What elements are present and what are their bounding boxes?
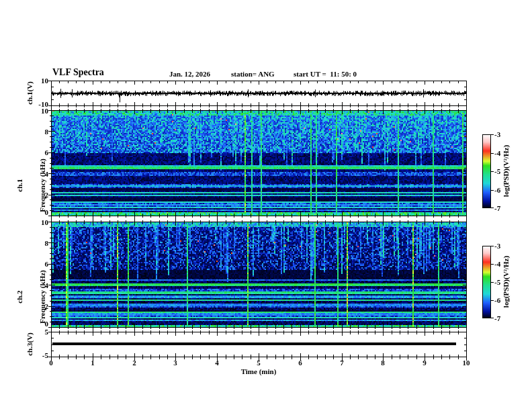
spec1-axis-label-line2: Frequency (kHz) (38, 155, 46, 216)
x-axis-label: Time (min) (232, 368, 285, 375)
x-tick-label: 5 (252, 359, 265, 367)
x-tick-label: 10 (459, 359, 473, 367)
x-tick-label: 3 (169, 359, 182, 367)
spec1-ytick-label: 4 (27, 171, 48, 178)
x-tick-label: 9 (418, 359, 431, 367)
x-tick-label: 4 (210, 359, 224, 367)
colorbar1-tick-label: -4 (494, 150, 500, 157)
x-tick-label: 1 (86, 359, 99, 367)
colorbar2-tick-label: -5 (494, 279, 500, 286)
vlf-spectra-figure: VLF Spectra Jan. 12, 2026 station= ANG s… (0, 0, 532, 411)
spec1-ytick-label: 2 (27, 191, 48, 199)
colorbar1-tick-label: -3 (494, 131, 500, 138)
spec2-axis-label-line1: ch.2 (15, 267, 24, 327)
x-tick-label: 6 (294, 359, 307, 367)
spec1-ytick-label: 0 (27, 209, 48, 216)
spec2-ytick-label: 10 (27, 219, 48, 226)
header-start-ut: start UT = 11: 50: 0 (294, 71, 357, 78)
ch3v-ytick-top: 5 (27, 328, 48, 336)
x-tick-label: 2 (128, 359, 141, 367)
colorbar2-tick-label: -3 (494, 242, 500, 250)
x-tick-label: 8 (376, 359, 390, 367)
spec1-ytick-label: 6 (27, 149, 48, 156)
x-tick-label: 7 (335, 359, 349, 367)
colorbar2-tick-label: -7 (494, 315, 500, 322)
colorbar1-label: log(PSD)(V²/Hz) (502, 134, 510, 208)
spec2-ytick-label: 0 (27, 320, 48, 328)
spec2-ytick-label: 2 (27, 303, 48, 310)
ch3v-ytick-bottom: -5 (27, 352, 48, 359)
colorbar2-label: log(PSD)(V²/Hz) (502, 245, 510, 319)
colorbar1-tick-label: -7 (494, 205, 500, 212)
colorbar1-tick-label: -6 (494, 187, 500, 194)
header-station: station= ANG (231, 71, 275, 78)
colorbar2-tick-label: -4 (494, 261, 500, 268)
spec1-ytick-label: 10 (27, 107, 48, 115)
spec2-ytick-label: 8 (27, 240, 48, 247)
spec1-axis-label-line1: ch.1 (15, 155, 24, 216)
spec2-ytick-label: 4 (27, 282, 48, 289)
x-tick-label: 0 (44, 359, 58, 367)
spec1-ytick-label: 8 (27, 128, 48, 136)
page-title: VLF Spectra (52, 68, 104, 76)
spec1-axis-label: ch.1 Frequency (kHz) (1, 155, 61, 216)
header-date: Jan. 12, 2026 (169, 71, 210, 78)
spec2-ytick-label: 6 (27, 261, 48, 268)
ch1v-ytick-top: 10 (27, 77, 48, 85)
spec2-axis-label: ch.2 Frequency (kHz) (1, 267, 61, 327)
spec2-axis-label-line2: Frequency (kHz) (38, 267, 46, 327)
plot-canvas (0, 0, 532, 411)
colorbar2-tick-label: -6 (494, 297, 500, 304)
colorbar1-tick-label: -5 (494, 168, 500, 175)
